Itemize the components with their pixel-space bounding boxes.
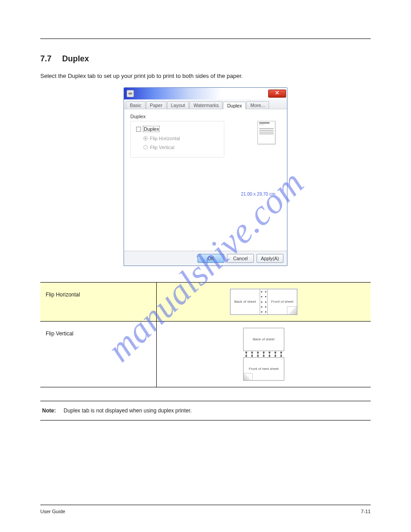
- printer-properties-dialog: Basic Paper Layout Watermarks Duplex Mor…: [124, 87, 287, 266]
- binding-spine-icon: [243, 351, 284, 357]
- svg-rect-0: [128, 93, 132, 94]
- table-row: Flip Vertical Back of sheet Front of nex…: [40, 322, 371, 387]
- row-flip-vertical-diagram: Back of sheet Front of next sheet: [157, 322, 371, 387]
- paper-dimensions: 21.00 x 29.70 cm: [241, 192, 275, 197]
- page-footer: User Guide 7-11: [40, 505, 371, 514]
- row-flip-horizontal-diagram: Back of sheet Front of sheet: [157, 283, 371, 321]
- section-heading-row: 7.7 Duplex: [40, 54, 371, 64]
- duplex-group-title: Duplex: [130, 114, 283, 119]
- diagram-front-label: Front of sheet: [268, 289, 297, 314]
- apply-button[interactable]: Apply(A): [257, 254, 283, 263]
- tab-paper[interactable]: Paper: [146, 101, 167, 109]
- tab-strip: Basic Paper Layout Watermarks Duplex Mor…: [124, 99, 287, 109]
- book-horizontal-icon: Back of sheet Front of sheet: [230, 289, 297, 315]
- duplex-group: Duplex Flip Horizontal Flip Vertical: [130, 121, 224, 158]
- footer-left: User Guide: [40, 509, 65, 514]
- book-vertical-icon: Back of sheet Front of next sheet: [243, 328, 284, 381]
- radio-label-vertical: Flip Vertical: [150, 145, 174, 150]
- diagram-back-label: Back of sheet: [243, 328, 284, 351]
- page-curl-icon: [287, 306, 297, 314]
- radio-label-horizontal: Flip Horizontal: [150, 136, 180, 141]
- tab-layout[interactable]: Layout: [167, 101, 189, 109]
- dialog-footer: OK Cancel Apply(A): [124, 251, 287, 266]
- svg-rect-1: [129, 92, 132, 93]
- radio-flip-horizontal[interactable]: Flip Horizontal: [143, 136, 218, 141]
- ok-button[interactable]: OK: [197, 254, 224, 263]
- dialog-content: Duplex Duplex Flip Horizontal Flip Verti…: [124, 109, 287, 251]
- footer-right: 7-11: [361, 509, 371, 514]
- cancel-button[interactable]: Cancel: [227, 254, 254, 263]
- header-divider: [40, 39, 371, 39]
- duplex-checkbox-row[interactable]: Duplex: [136, 126, 218, 132]
- svg-rect-2: [129, 94, 132, 96]
- row-flip-horizontal-label: Flip Horizontal: [40, 283, 157, 321]
- table-row: Flip Horizontal Back of sheet Front of s…: [40, 283, 371, 322]
- flip-mode-table: Flip Horizontal Back of sheet Front of s…: [40, 282, 371, 387]
- page-preview: [257, 121, 275, 144]
- note-label: Note:: [42, 408, 64, 414]
- radio-flip-vertical[interactable]: Flip Vertical: [143, 145, 218, 150]
- binding-spine-icon: [260, 289, 268, 314]
- diagram-front-text: Front of sheet: [271, 300, 293, 304]
- tab-watermarks[interactable]: Watermarks: [189, 101, 223, 109]
- printer-icon: [127, 90, 134, 97]
- section-title: Duplex: [62, 54, 89, 63]
- tab-basic[interactable]: Basic: [126, 101, 146, 109]
- intro-paragraph: Select the Duplex tab to set up your pri…: [40, 73, 371, 79]
- page-curl-icon: [244, 373, 253, 380]
- section-number: 7.7: [40, 54, 51, 63]
- diagram-front-label: Front of next sheet: [243, 357, 284, 381]
- row-flip-vertical-label: Flip Vertical: [40, 322, 157, 387]
- dialog-titlebar: [124, 88, 287, 99]
- close-button[interactable]: [268, 90, 286, 98]
- diagram-back-label: Back of sheet: [231, 289, 260, 314]
- note-divider-bottom: [40, 420, 371, 420]
- note-block: Note: Duplex tab is not displayed when u…: [40, 401, 371, 420]
- diagram-front-text: Front of next sheet: [249, 367, 279, 371]
- radio-icon[interactable]: [143, 136, 148, 141]
- radio-icon[interactable]: [143, 145, 148, 150]
- checkbox-icon[interactable]: [136, 127, 141, 132]
- tab-more[interactable]: More...: [246, 101, 269, 109]
- tab-duplex[interactable]: Duplex: [223, 102, 246, 109]
- duplex-checkbox-label: Duplex: [143, 126, 160, 132]
- note-body: Duplex tab is not displayed when using d…: [64, 408, 192, 414]
